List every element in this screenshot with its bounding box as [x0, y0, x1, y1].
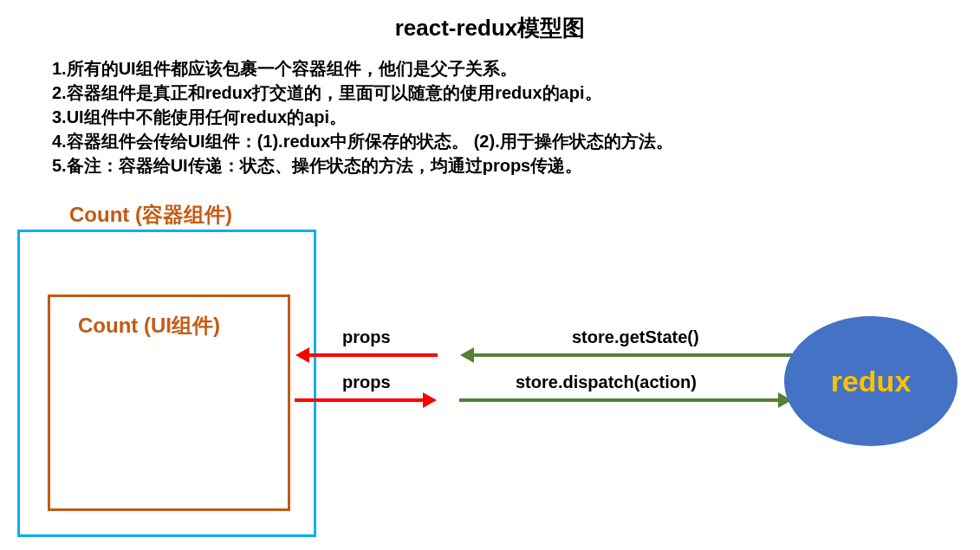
props-in-arrow [308, 353, 438, 357]
getstate-label: store.getState() [572, 327, 699, 347]
getstate-arrow [472, 353, 793, 357]
note-line-3: 3.UI组件中不能使用任何redux的api。 [52, 105, 673, 129]
note-line-2: 2.容器组件是真正和redux打交道的，里面可以随意的使用redux的api。 [52, 81, 673, 105]
note-line-1: 1.所有的UI组件都应该包裹一个容器组件，他们是父子关系。 [52, 56, 673, 81]
note-line-4: 4.容器组件会传给UI组件：(1).redux中所保存的状态。 (2).用于操作… [52, 129, 673, 153]
note-line-5: 5.备注：容器给UI传递：状态、操作状态的方法，均通过props传递。 [52, 153, 673, 178]
dispatch-label: store.dispatch(action) [516, 372, 697, 392]
ui-component-label: Count (UI组件) [78, 312, 220, 340]
props-out-label: props [342, 372, 391, 392]
redux-label: redux [831, 365, 912, 398]
container-component-label: Count (容器组件) [69, 201, 232, 229]
props-in-label: props [342, 327, 391, 347]
notes-block: 1.所有的UI组件都应该包裹一个容器组件，他们是父子关系。 2.容器组件是真正和… [52, 56, 673, 178]
props-out-arrow [295, 398, 425, 402]
redux-store: redux [784, 316, 957, 446]
diagram-title: react-redux模型图 [0, 13, 980, 43]
dispatch-arrow [459, 398, 780, 402]
